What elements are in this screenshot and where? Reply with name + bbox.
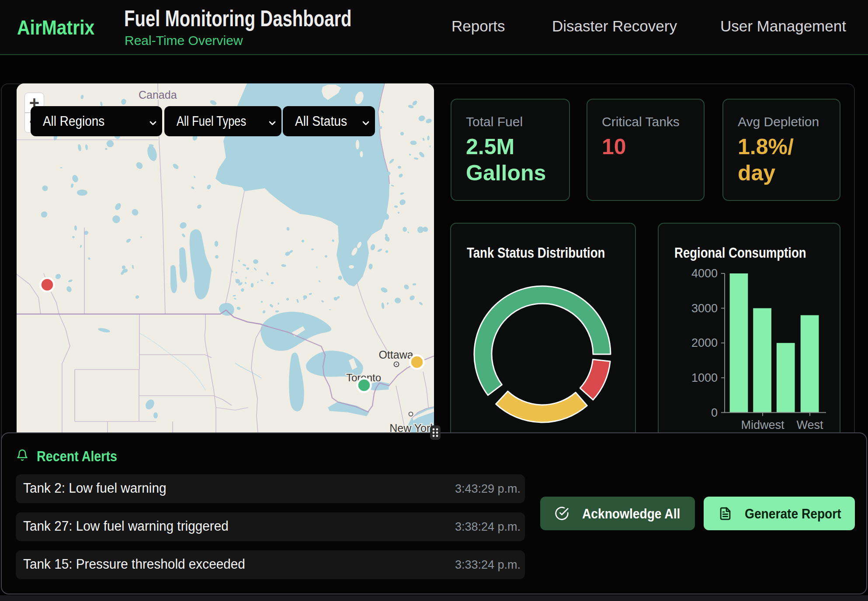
svg-text:0: 0 — [711, 406, 718, 419]
svg-text:West: West — [796, 418, 823, 432]
svg-text:Canada: Canada — [139, 89, 177, 101]
svg-text:4000: 4000 — [691, 267, 718, 280]
svg-text:New York: New York — [389, 422, 434, 432]
svg-text:1000: 1000 — [691, 371, 718, 384]
svg-text:Midwest: Midwest — [741, 418, 785, 432]
svg-text:2000: 2000 — [691, 336, 718, 349]
svg-text:Ottawa: Ottawa — [378, 349, 413, 361]
svg-text:3000: 3000 — [691, 302, 718, 315]
